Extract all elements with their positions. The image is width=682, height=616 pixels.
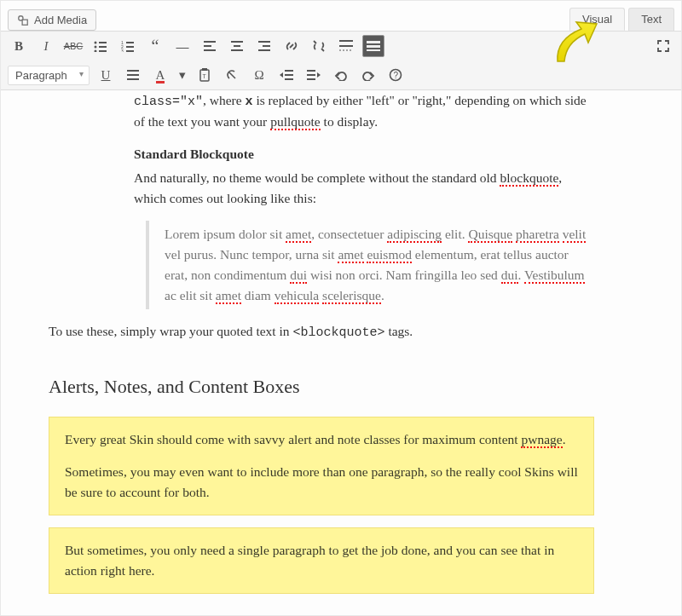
link-button[interactable]: [280, 35, 303, 57]
svg-rect-25: [367, 41, 380, 43]
quote-button[interactable]: “: [144, 35, 166, 57]
bold-button[interactable]: B: [8, 35, 30, 57]
svg-text:3: 3: [121, 49, 124, 52]
media-icon: [17, 14, 29, 26]
code-class: class="x": [134, 95, 203, 109]
underline-button[interactable]: U: [95, 64, 117, 86]
strike-button[interactable]: ABC: [62, 35, 84, 57]
svg-rect-21: [263, 45, 270, 47]
svg-rect-19: [231, 49, 243, 51]
fullscreen-button[interactable]: [652, 35, 674, 57]
alert-paragraph: Sometimes, you may even want to include …: [65, 462, 578, 503]
redo-button[interactable]: [357, 64, 379, 86]
svg-point-4: [95, 46, 97, 49]
bullet-list-button[interactable]: [90, 35, 112, 57]
hr-button[interactable]: —: [171, 35, 194, 57]
heading-standard-blockquote: Standard Blockquote: [134, 144, 594, 164]
svg-point-6: [95, 50, 97, 53]
alert-paragraph: Every great Skin should come with savvy …: [65, 429, 578, 450]
more-button[interactable]: [335, 35, 357, 57]
svg-rect-36: [285, 78, 293, 80]
indent-button[interactable]: [303, 64, 325, 86]
svg-rect-28: [127, 70, 139, 72]
svg-rect-14: [204, 41, 216, 43]
svg-rect-32: [202, 68, 207, 71]
alert-paragraph: But sometimes, you only need a single pa…: [65, 540, 578, 581]
text-color-dropdown-icon[interactable]: ▾: [176, 64, 188, 86]
help-button[interactable]: ?: [384, 64, 407, 86]
align-right-button[interactable]: [253, 35, 275, 57]
svg-rect-17: [231, 41, 243, 43]
outdent-button[interactable]: [275, 64, 298, 86]
svg-rect-39: [307, 78, 315, 80]
svg-rect-11: [126, 46, 134, 48]
svg-rect-15: [204, 45, 211, 47]
italic-button[interactable]: I: [35, 35, 57, 57]
svg-rect-37: [307, 70, 315, 72]
justify-button[interactable]: [122, 64, 144, 86]
svg-rect-30: [127, 78, 139, 80]
paste-text-button[interactable]: T: [194, 64, 216, 86]
blockquote-sample: Lorem ipsum dolor sit amet, consectetuer…: [146, 221, 594, 309]
svg-rect-27: [367, 49, 380, 51]
number-list-button[interactable]: 123: [117, 35, 139, 57]
svg-rect-29: [127, 74, 139, 76]
align-left-button[interactable]: [199, 35, 221, 57]
svg-rect-1: [22, 20, 27, 25]
svg-rect-18: [234, 45, 240, 47]
body-paragraph: And naturally, no theme would be complet…: [134, 168, 594, 209]
svg-rect-5: [99, 46, 107, 48]
alert-box: Every great Skin should come with savvy …: [49, 417, 594, 515]
body-paragraph: class="x", where x is replaced by either…: [134, 90, 594, 132]
add-media-label: Add Media: [34, 14, 87, 26]
text-color-button[interactable]: A: [149, 64, 171, 86]
svg-rect-24: [339, 45, 353, 47]
tab-visual[interactable]: Visual: [569, 8, 625, 31]
unlink-button[interactable]: [308, 35, 330, 57]
svg-rect-22: [258, 49, 270, 51]
align-center-button[interactable]: [226, 35, 248, 57]
svg-text:?: ?: [394, 71, 399, 80]
special-char-button[interactable]: Ω: [248, 64, 270, 86]
svg-rect-35: [285, 74, 293, 76]
editor-toolbar: B I ABC 123 “ — Paragraph U A ▾ T Ω ?: [1, 31, 681, 90]
svg-rect-7: [99, 50, 107, 52]
svg-rect-38: [307, 74, 315, 76]
svg-rect-26: [367, 45, 380, 48]
svg-rect-23: [339, 40, 353, 42]
svg-rect-20: [258, 41, 270, 43]
clear-format-button[interactable]: [221, 64, 243, 86]
alert-box: But sometimes, you only need a single pa…: [49, 527, 594, 594]
add-media-button[interactable]: Add Media: [8, 9, 96, 31]
heading-alerts: Alerts, Notes, and Content Boxes: [49, 372, 594, 401]
svg-rect-9: [126, 42, 134, 43]
editor-content-area[interactable]: class="x", where x is replaced by either…: [1, 90, 681, 616]
svg-rect-34: [285, 70, 293, 72]
toolbar-toggle-button[interactable]: [362, 35, 384, 57]
svg-rect-16: [204, 49, 216, 51]
editor-mode-tabs: Visual Text: [566, 8, 674, 31]
svg-point-2: [95, 42, 97, 44]
svg-rect-3: [99, 42, 107, 43]
svg-text:T: T: [203, 73, 207, 79]
svg-rect-13: [126, 50, 134, 52]
undo-button[interactable]: [330, 64, 352, 86]
format-select[interactable]: Paragraph: [8, 66, 90, 85]
body-paragraph: To use these, simply wrap your quoted te…: [49, 321, 594, 343]
tab-text[interactable]: Text: [628, 8, 674, 31]
